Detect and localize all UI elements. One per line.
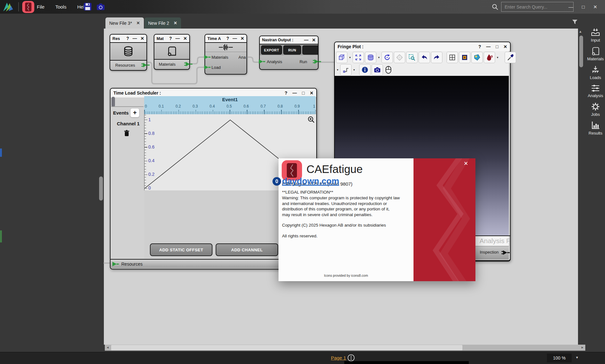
node-title: Res bbox=[112, 36, 123, 41]
node-titlebar[interactable]: Mat ? — ✕ bbox=[154, 35, 189, 43]
chevron-down-icon[interactable]: ▼ bbox=[378, 56, 380, 59]
left-scrollbar-thumb[interactable] bbox=[99, 176, 103, 201]
close-button[interactable]: ✕ bbox=[312, 38, 316, 42]
fringe-titlebar[interactable]: Fringe Plot : ? — □ ✕ bbox=[335, 42, 510, 51]
help-button[interactable]: ? bbox=[126, 36, 129, 41]
node-titlebar[interactable]: Nastran Output : — ✕ bbox=[260, 36, 318, 44]
scroll-right-arrow[interactable]: ► bbox=[581, 346, 584, 349]
close-button[interactable]: ✕ bbox=[503, 44, 507, 49]
event-timeline-ruler[interactable]: Event1 0 0.1 0.2 0.3 0.4 0.5 0.6 0.7 0.8… bbox=[144, 96, 316, 114]
window-close-button[interactable]: ✕ bbox=[593, 4, 597, 9]
search-input[interactable] bbox=[501, 2, 574, 12]
redo-button[interactable] bbox=[431, 52, 442, 63]
menu-tools[interactable]: Tools bbox=[54, 4, 68, 10]
minimize-button[interactable]: — bbox=[304, 38, 308, 42]
clipped-extra-button[interactable] bbox=[302, 45, 318, 55]
export-button[interactable]: EXPORT bbox=[261, 45, 282, 55]
snapshot-camera-button[interactable] bbox=[372, 64, 383, 76]
chevron-down-icon[interactable]: ▼ bbox=[353, 69, 355, 71]
window-maximize-button[interactable]: □ bbox=[582, 4, 585, 9]
run-button[interactable]: RUN bbox=[283, 45, 301, 55]
menu-file[interactable]: File bbox=[36, 4, 46, 10]
caefatigue-app-icon bbox=[22, 1, 34, 13]
curve-probe-button[interactable] bbox=[340, 64, 352, 76]
x-tick-label: 0 bbox=[145, 104, 147, 109]
search-icon[interactable] bbox=[492, 3, 499, 10]
clipping-box-button[interactable] bbox=[459, 52, 470, 63]
maximize-button[interactable]: □ bbox=[302, 91, 305, 95]
edge-tab-green[interactable] bbox=[0, 230, 2, 242]
zoom-dropdown-icon[interactable]: ▼ bbox=[575, 356, 579, 359]
node-resources[interactable]: Res ? — ✕ Resources bbox=[110, 34, 147, 71]
node-materials[interactable]: Mat ? — ✕ Materials bbox=[154, 34, 190, 70]
zoom-plot-icon[interactable] bbox=[308, 116, 315, 123]
chevron-down-icon[interactable]: ▼ bbox=[349, 56, 351, 59]
sidebar-item-analysis[interactable]: Analysis bbox=[588, 84, 603, 98]
screenshot-camera-icon[interactable] bbox=[96, 3, 105, 10]
horizontal-scrollbar[interactable]: ◄ ► bbox=[105, 345, 585, 351]
close-button[interactable]: ✕ bbox=[240, 36, 244, 41]
chevron-down-icon[interactable]: ▼ bbox=[336, 69, 339, 71]
x-tick-label: 0.9 bbox=[294, 104, 300, 109]
help-button[interactable]: ? bbox=[285, 91, 287, 95]
edge-tab-blue[interactable] bbox=[0, 149, 2, 157]
tab-close-icon[interactable]: ✕ bbox=[174, 21, 177, 25]
scroll-left-arrow[interactable]: ◄ bbox=[106, 346, 109, 349]
save-icon[interactable] bbox=[84, 3, 92, 11]
tab-close-icon[interactable]: ✕ bbox=[137, 21, 140, 25]
node-time-analysis[interactable]: Time A ? — ✕ Materials Ana Load bbox=[205, 34, 247, 75]
fit-view-button[interactable] bbox=[353, 52, 364, 63]
add-channel-button[interactable]: ADD CHANNEL bbox=[216, 243, 278, 256]
page-options-icon[interactable] bbox=[347, 354, 355, 361]
event-name: Event1 bbox=[222, 97, 238, 102]
zoom-region-button[interactable] bbox=[406, 52, 418, 63]
page-link[interactable]: Page 1 bbox=[331, 355, 346, 361]
help-button[interactable]: ? bbox=[226, 36, 229, 41]
right-scrollbar-thumb[interactable] bbox=[579, 36, 583, 67]
close-button[interactable]: ✕ bbox=[140, 36, 144, 41]
iso-view-button[interactable] bbox=[394, 52, 405, 63]
help-button[interactable]: ? bbox=[478, 44, 481, 49]
close-button[interactable]: ✕ bbox=[310, 91, 313, 95]
info-button[interactable] bbox=[359, 64, 371, 76]
view-cube-button[interactable] bbox=[336, 52, 347, 63]
filter-funnel-icon[interactable] bbox=[572, 19, 578, 24]
sidebar-item-input[interactable]: Input bbox=[591, 28, 600, 43]
sidebar-item-materials[interactable]: Materials bbox=[587, 47, 604, 61]
help-button[interactable]: ? bbox=[169, 36, 172, 41]
horizontal-scrollbar-thumb[interactable] bbox=[111, 345, 462, 350]
scrollbar-up-arrow[interactable]: ▲ bbox=[579, 30, 582, 33]
maximize-button[interactable]: □ bbox=[496, 44, 498, 49]
minimize-button[interactable]: — bbox=[292, 91, 297, 95]
window-minimize-button[interactable]: — bbox=[568, 4, 573, 9]
grid-button[interactable] bbox=[447, 52, 458, 63]
close-button[interactable]: ✕ bbox=[183, 36, 187, 41]
tab-new-file-2[interactable]: New File 2 ✕ bbox=[145, 17, 181, 29]
minimize-button[interactable]: — bbox=[132, 36, 137, 41]
sidebar-item-jobs[interactable]: Jobs bbox=[591, 102, 600, 117]
minimize-button[interactable]: — bbox=[486, 44, 491, 49]
delete-channel-icon[interactable] bbox=[124, 130, 130, 136]
undo-button[interactable] bbox=[419, 52, 430, 63]
node-nastran-output[interactable]: Nastran Output : — ✕ EXPORT RUN Analysis… bbox=[259, 36, 319, 70]
sidebar-item-loads[interactable]: Loads bbox=[590, 65, 601, 80]
sidebar-label: Materials bbox=[587, 56, 604, 61]
tab-new-file-3[interactable]: New File 3* ✕ bbox=[105, 17, 144, 29]
fringe-droplet-button[interactable] bbox=[484, 52, 495, 63]
sidebar-item-results[interactable]: Results bbox=[588, 121, 602, 136]
add-event-button[interactable]: + bbox=[130, 108, 139, 117]
node-titlebar[interactable]: Time A ? — ✕ bbox=[205, 35, 246, 43]
minimize-button[interactable]: — bbox=[232, 36, 237, 41]
add-static-offset-button[interactable]: ADD STATIC OFFSET bbox=[150, 243, 212, 256]
rotate-view-button[interactable] bbox=[381, 52, 393, 63]
events-scrollbar-thumb[interactable] bbox=[111, 97, 115, 107]
tag-label-button[interactable] bbox=[471, 52, 483, 63]
chevron-down-icon[interactable]: ▼ bbox=[496, 56, 499, 59]
zoom-level-value[interactable]: 100 % bbox=[547, 354, 572, 362]
mouse-mode-icon[interactable] bbox=[385, 66, 392, 74]
eyedropper-button[interactable] bbox=[505, 52, 516, 63]
node-titlebar[interactable]: Res ? — ✕ bbox=[110, 35, 146, 43]
dialog-close-icon[interactable]: ✕ bbox=[464, 161, 468, 166]
cylinder-view-button[interactable] bbox=[365, 52, 376, 63]
minimize-button[interactable]: — bbox=[175, 36, 180, 41]
